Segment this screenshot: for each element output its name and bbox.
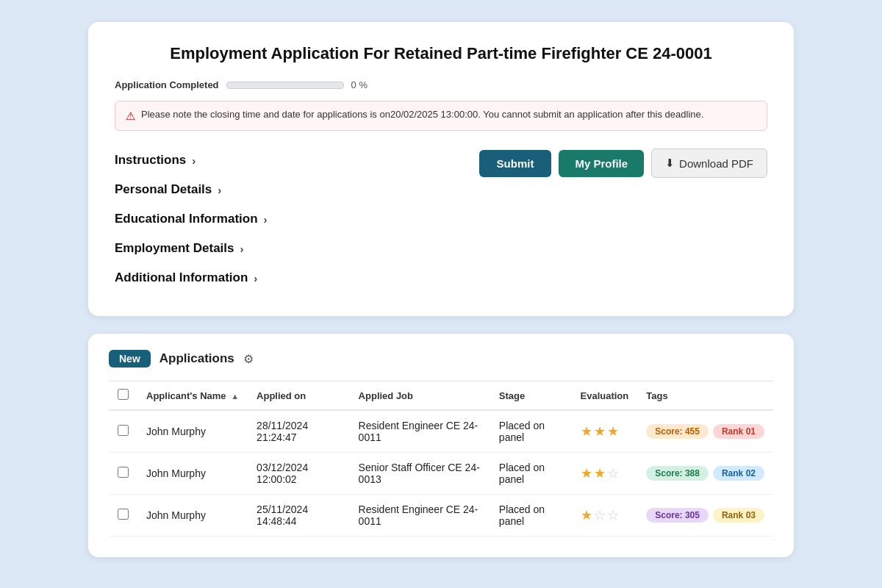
score-tag: Score: 305 <box>646 508 709 523</box>
row-checkbox[interactable] <box>118 467 129 478</box>
star-rating: ★☆☆ <box>581 507 629 523</box>
col-applied-job: Applied Job <box>350 381 490 411</box>
application-card: Employment Application For Retained Part… <box>88 22 794 316</box>
deadline-alert: ⚠ Please note the closing time and date … <box>115 101 767 131</box>
select-all-header <box>109 381 137 411</box>
progress-label: Application Completed <box>115 79 219 90</box>
submit-button[interactable]: Submit <box>479 150 552 177</box>
chevron-right-icon: › <box>192 154 196 167</box>
applied-job-cell: Resident Engineer CE 24-0011 <box>350 410 490 453</box>
section-item-educational-information[interactable]: Educational Information › <box>115 204 268 234</box>
applicant-name-cell: John Murphy <box>137 495 248 537</box>
select-all-checkbox[interactable] <box>118 389 129 400</box>
section-label: Instructions <box>115 153 186 168</box>
chevron-right-icon: › <box>254 272 257 284</box>
star-rating: ★★★ <box>581 423 629 440</box>
table-header: Applicant's Name ▲ Applied on Applied Jo… <box>109 381 773 411</box>
star-empty-icon: ☆ <box>594 507 606 523</box>
section-label: Additional Information <box>115 270 248 285</box>
chevron-right-icon: › <box>218 184 221 196</box>
star-filled-icon: ★ <box>607 423 619 440</box>
evaluation-cell: ★★★ <box>572 410 638 453</box>
my-profile-button[interactable]: My Profile <box>559 150 644 177</box>
new-badge: New <box>109 350 151 368</box>
evaluation-cell: ★★☆ <box>572 453 638 495</box>
star-filled-icon: ★ <box>594 465 606 481</box>
progress-track <box>226 82 344 89</box>
applicant-name-cell: John Murphy <box>137 410 248 453</box>
rank-tag: Rank 03 <box>713 508 764 523</box>
download-pdf-button[interactable]: ⬇ Download PDF <box>651 148 767 178</box>
col-applicant-name: Applicant's Name ▲ <box>137 381 248 411</box>
col-evaluation: Evaluation <box>572 381 638 411</box>
table-row: John Murphy 28/11/2024 21:24:47 Resident… <box>109 410 773 453</box>
star-empty-icon: ☆ <box>607 465 619 481</box>
tags-cell: Score: 455 Rank 01 <box>637 410 773 453</box>
score-tag: Score: 388 <box>646 466 709 481</box>
applied-on-cell: 28/11/2024 21:24:47 <box>248 410 350 453</box>
section-item-instructions[interactable]: Instructions › <box>115 146 268 175</box>
tags-cell: Score: 388 Rank 02 <box>637 453 773 495</box>
star-rating: ★★☆ <box>581 465 629 481</box>
applications-title: Applications <box>159 351 234 366</box>
applied-job-cell: Resident Engineer CE 24-0011 <box>350 495 490 537</box>
row-checkbox[interactable] <box>118 509 129 520</box>
evaluation-cell: ★☆☆ <box>572 495 638 537</box>
applications-table: Applicant's Name ▲ Applied on Applied Jo… <box>109 381 773 537</box>
applicant-name-cell: John Murphy <box>137 453 248 495</box>
row-checkbox[interactable] <box>118 425 129 436</box>
score-tag: Score: 455 <box>646 424 709 439</box>
row-checkbox-cell <box>109 453 137 495</box>
alert-icon: ⚠ <box>126 110 135 123</box>
star-filled-icon: ★ <box>594 423 606 440</box>
star-filled-icon: ★ <box>581 465 592 481</box>
download-label: Download PDF <box>679 157 753 170</box>
table-header-row: New Applications ⚙ <box>109 350 773 368</box>
progress-row: Application Completed 0 % <box>115 79 767 90</box>
chevron-right-icon: › <box>240 243 244 255</box>
section-label: Educational Information <box>115 212 258 226</box>
rank-tag: Rank 02 <box>713 466 764 481</box>
section-item-personal-details[interactable]: Personal Details › <box>115 175 268 204</box>
stage-cell: Placed on panel <box>490 495 572 537</box>
col-stage: Stage <box>490 381 572 411</box>
col-tags: Tags <box>637 381 773 411</box>
section-item-employment-details[interactable]: Employment Details › <box>115 234 268 263</box>
table-row: John Murphy 03/12/2024 12:00:02 Senior S… <box>109 453 773 495</box>
star-empty-icon: ☆ <box>607 507 619 523</box>
tags-cell: Score: 305 Rank 03 <box>637 495 773 537</box>
alert-text: Please note the closing time and date fo… <box>141 109 703 120</box>
table-row: John Murphy 25/11/2024 14:48:44 Resident… <box>109 495 773 537</box>
col-applied-on: Applied on <box>248 381 350 411</box>
action-buttons: Submit My Profile ⬇ Download PDF <box>479 146 767 178</box>
table-body: John Murphy 28/11/2024 21:24:47 Resident… <box>109 410 773 537</box>
download-icon: ⬇ <box>665 157 675 170</box>
section-label: Personal Details <box>115 182 212 197</box>
settings-icon[interactable]: ⚙ <box>243 352 254 366</box>
sections-actions-wrapper: Instructions › Personal Details › Educat… <box>115 146 767 293</box>
sort-arrow-name[interactable]: ▲ <box>231 392 239 401</box>
section-label: Employment Details <box>115 241 234 256</box>
section-item-additional-information[interactable]: Additional Information › <box>115 263 268 293</box>
applied-job-cell: Senior Staff Officer CE 24-0013 <box>350 453 490 495</box>
progress-percent: 0 % <box>351 79 368 90</box>
stage-cell: Placed on panel <box>490 410 572 453</box>
stage-cell: Placed on panel <box>490 453 572 495</box>
applications-card: New Applications ⚙ Applicant's Name ▲ Ap… <box>88 334 794 557</box>
star-filled-icon: ★ <box>581 507 592 523</box>
applied-on-cell: 25/11/2024 14:48:44 <box>248 495 350 537</box>
row-checkbox-cell <box>109 495 137 537</box>
applied-on-cell: 03/12/2024 12:00:02 <box>248 453 350 495</box>
rank-tag: Rank 01 <box>713 424 764 439</box>
application-title: Employment Application For Retained Part… <box>115 44 767 63</box>
star-filled-icon: ★ <box>581 423 592 440</box>
sections-list: Instructions › Personal Details › Educat… <box>115 146 268 293</box>
chevron-right-icon: › <box>264 213 268 226</box>
row-checkbox-cell <box>109 410 137 453</box>
